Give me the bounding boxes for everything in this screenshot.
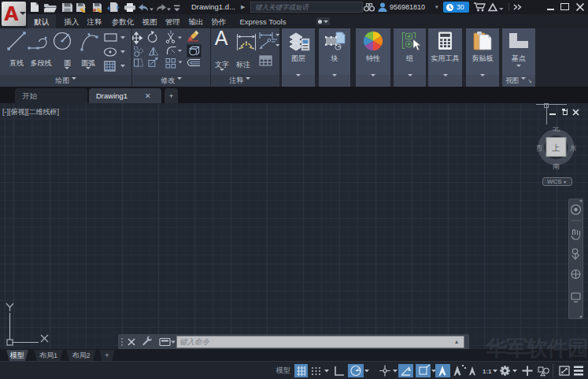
svg-text:上: 上 (552, 143, 560, 152)
svg-text:1:1: 1:1 (483, 368, 492, 375)
svg-text:东: 东 (569, 144, 576, 152)
svg-text:西: 西 (537, 144, 542, 152)
svg-text:南: 南 (553, 162, 560, 169)
svg-text:北: 北 (553, 127, 560, 132)
